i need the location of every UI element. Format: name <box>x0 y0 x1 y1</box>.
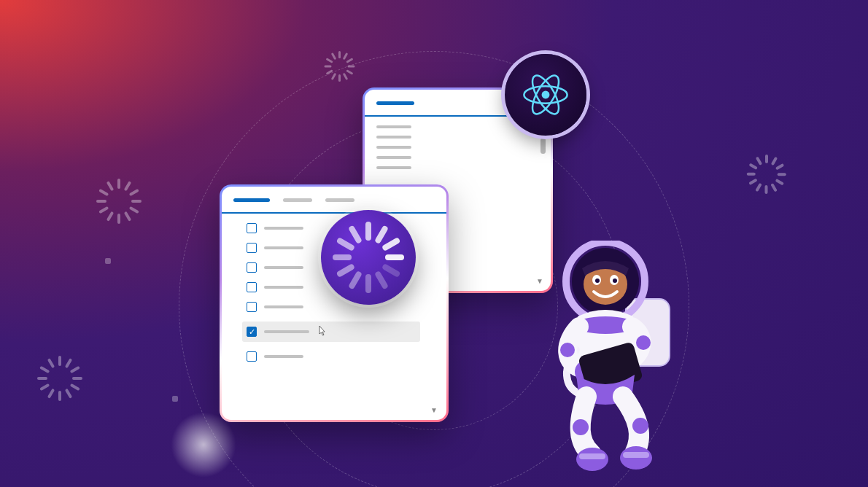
dropdown-item[interactable] <box>376 146 539 149</box>
checkbox-unchecked[interactable] <box>247 351 257 362</box>
dropdown-selected-placeholder <box>376 101 414 105</box>
spinner-icon <box>37 356 82 401</box>
checkbox-unchecked[interactable] <box>247 243 257 253</box>
svg-point-20 <box>560 343 575 357</box>
svg-point-23 <box>632 418 648 434</box>
checkbox-list-panel: ▼ <box>220 184 449 422</box>
dropdown-item[interactable] <box>376 166 539 169</box>
checkbox-checked[interactable] <box>247 327 257 337</box>
divider <box>222 212 446 214</box>
dropdown-item[interactable] <box>376 156 539 159</box>
cursor-pointer-icon <box>317 325 327 338</box>
dropdown-item[interactable] <box>376 125 539 128</box>
decor-square <box>172 396 178 402</box>
tab-bar <box>233 198 435 206</box>
spinner-icon <box>747 155 786 194</box>
loading-spinner-badge <box>321 210 416 305</box>
tab[interactable] <box>325 198 354 202</box>
svg-point-21 <box>636 335 651 350</box>
svg-point-11 <box>613 278 617 283</box>
svg-point-3 <box>542 91 550 99</box>
checkbox-unchecked[interactable] <box>247 262 257 273</box>
decor-square <box>105 258 111 264</box>
list-item[interactable] <box>247 351 435 362</box>
spinner-icon <box>324 51 354 82</box>
react-logo-icon <box>505 54 586 136</box>
checkbox-unchecked[interactable] <box>247 302 257 312</box>
tab[interactable] <box>233 198 270 202</box>
checkbox-unchecked[interactable] <box>247 282 257 292</box>
tab[interactable] <box>283 198 312 202</box>
astronaut-illustration <box>496 241 715 481</box>
svg-point-10 <box>595 278 600 283</box>
svg-rect-18 <box>579 453 605 459</box>
list-item[interactable] <box>247 302 435 312</box>
spinner-icon <box>96 179 142 224</box>
scroll-down-icon[interactable]: ▼ <box>430 406 438 414</box>
svg-point-22 <box>573 419 589 435</box>
checkbox-unchecked[interactable] <box>247 223 257 233</box>
list-item-selected[interactable] <box>242 322 420 342</box>
dropdown-item[interactable] <box>376 136 539 139</box>
scrollbar-thumb[interactable] <box>540 138 546 154</box>
decor-glow <box>171 412 236 478</box>
svg-rect-19 <box>623 452 649 458</box>
